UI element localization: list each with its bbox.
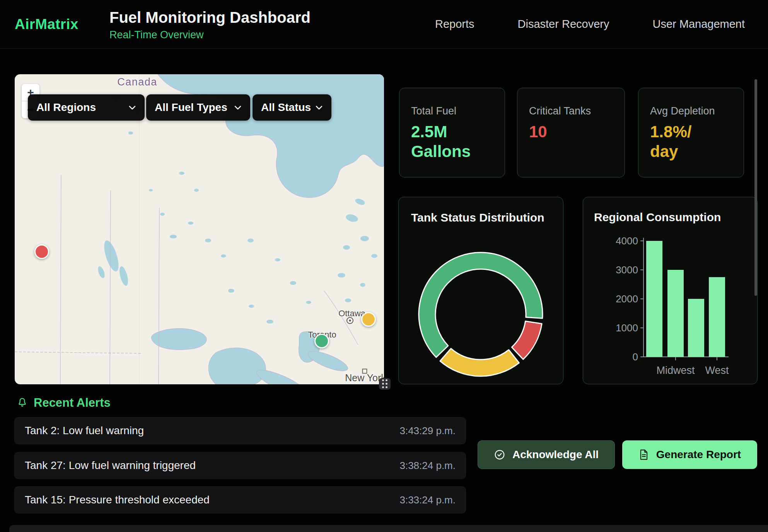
bar-y-tick: 3000 (616, 264, 638, 276)
map-drag-handle[interactable] (379, 378, 391, 390)
acknowledge-all-button[interactable]: Acknowledge All (478, 440, 615, 469)
scrollbar[interactable] (754, 79, 757, 296)
alerts-header: Recent Alerts (17, 396, 111, 410)
tank-marker-warning[interactable] (361, 312, 376, 327)
file-text-icon (638, 449, 649, 460)
nav-disaster-recovery[interactable]: Disaster Recovery (518, 18, 609, 31)
header-titles: Fuel Monitoring Dashboard Real-Time Over… (109, 9, 311, 41)
stat-card-total-fuel: Total Fuel 2.5M Gallons (399, 88, 505, 177)
regional-consumption-chart-card: Regional Consumption 01000200030004000Mi… (583, 197, 758, 384)
chevron-down-icon (315, 105, 323, 110)
fuel-type-filter-dropdown[interactable]: All Fuel Types (146, 94, 250, 121)
alerts-title: Recent Alerts (34, 396, 111, 410)
stat-label: Total Fuel (411, 105, 493, 117)
fuel-type-filter-value: All Fuel Types (155, 101, 227, 114)
tank-status-donut-chart[interactable] (399, 197, 564, 384)
donut-slice-critical[interactable] (512, 321, 542, 360)
alert-row[interactable]: Tank 27: Low fuel warning triggered3:38:… (14, 452, 466, 479)
chevron-down-icon (234, 105, 242, 110)
alert-timestamp: 3:43:29 p.m. (399, 425, 456, 437)
stat-value-total-fuel: 2.5M Gallons (411, 122, 475, 161)
map-panel: Canada OttawaTorontoNew York + − All Reg… (15, 74, 384, 384)
bar-south[interactable] (688, 299, 704, 357)
stat-value-avg-depletion: 1.8%/ day (650, 122, 714, 161)
check-circle-icon (494, 449, 505, 460)
status-filter-dropdown[interactable]: All Status (253, 94, 331, 121)
alert-text: Tank 15: Pressure threshold exceeded (25, 494, 210, 506)
tank-marker-critical[interactable] (34, 244, 49, 259)
alert-timestamp: 3:38:24 p.m. (399, 460, 456, 472)
bar-west[interactable] (709, 277, 725, 357)
tank-status-chart-title: Tank Status Distribution (411, 211, 544, 224)
map-marker-ottawa (346, 317, 353, 324)
bar-midwest[interactable] (667, 270, 684, 357)
bar-y-tick: 0 (633, 351, 638, 363)
stat-value-critical-tanks: 10 (529, 122, 593, 142)
stat-card-critical-tanks: Critical Tanks 10 (517, 88, 625, 177)
generate-report-label: Generate Report (656, 448, 741, 461)
bell-icon (17, 397, 27, 409)
regional-consumption-bar-chart[interactable]: 01000200030004000MidwestWest (583, 197, 757, 384)
tank-marker-normal[interactable] (314, 334, 329, 348)
alert-text: Tank 27: Low fuel warning triggered (25, 459, 196, 472)
bar-northeast[interactable] (646, 241, 662, 357)
map-canvas[interactable]: Canada OttawaTorontoNew York (15, 74, 384, 384)
bar-x-label: West (705, 365, 729, 376)
donut-slice-warning[interactable] (440, 348, 519, 376)
region-filter-value: All Regions (36, 101, 96, 114)
generate-report-button[interactable]: Generate Report (622, 440, 757, 469)
bar-y-tick: 4000 (616, 235, 638, 247)
alert-text: Tank 2: Low fuel warning (25, 425, 144, 437)
page-subtitle: Real-Time Overview (109, 29, 311, 41)
stat-label: Avg Depletion (650, 105, 732, 117)
bar-x-label: Midwest (656, 365, 695, 376)
app-logo[interactable]: AirMatrix (15, 0, 79, 48)
regional-consumption-chart-title: Regional Consumption (594, 211, 721, 224)
stat-label: Critical Tanks (529, 105, 613, 117)
map-label-new-york: New York (345, 372, 384, 384)
bar-y-tick: 1000 (616, 322, 638, 334)
acknowledge-all-label: Acknowledge All (512, 448, 599, 461)
status-filter-value: All Status (261, 101, 311, 114)
app-header: AirMatrix Fuel Monitoring Dashboard Real… (0, 0, 768, 49)
bottom-panel-edge (9, 525, 768, 532)
bar-y-tick: 2000 (616, 293, 638, 305)
region-filter-dropdown[interactable]: All Regions (28, 94, 145, 121)
main-nav: Reports Disaster Recovery User Managemen… (435, 0, 745, 48)
chevron-down-icon (128, 105, 136, 110)
tank-status-chart-card: Tank Status Distribution (398, 197, 563, 384)
alert-row[interactable]: Tank 15: Pressure threshold exceeded3:33… (14, 486, 466, 513)
nav-user-management[interactable]: User Management (652, 18, 745, 31)
alert-timestamp: 3:33:24 p.m. (399, 494, 456, 506)
alert-row[interactable]: Tank 2: Low fuel warning3:43:29 p.m. (14, 417, 466, 444)
map-label-canada: Canada (117, 76, 157, 88)
page-title: Fuel Monitoring Dashboard (109, 9, 311, 26)
nav-reports[interactable]: Reports (435, 18, 474, 31)
stat-card-avg-depletion: Avg Depletion 1.8%/ day (638, 88, 744, 177)
map-marker-new-york (362, 369, 367, 374)
dashboard-screen: AirMatrix Fuel Monitoring Dashboard Real… (0, 0, 768, 532)
